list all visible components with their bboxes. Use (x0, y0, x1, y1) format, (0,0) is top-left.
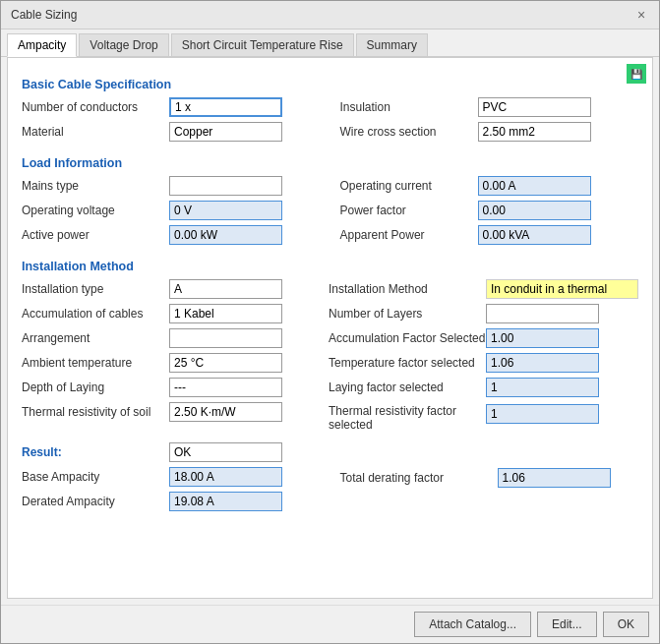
input-total-derating[interactable] (498, 468, 611, 488)
input-installation-type[interactable] (169, 279, 282, 299)
field-base-ampacity: Base Ampacity (22, 467, 321, 487)
input-accumulation-cables[interactable] (169, 304, 282, 323)
input-operating-voltage[interactable] (169, 201, 282, 220)
input-laying-factor[interactable] (486, 378, 599, 397)
field-installation-method: Installation Method (329, 279, 638, 299)
close-button[interactable]: × (633, 7, 649, 23)
input-wire-cross[interactable] (478, 122, 591, 142)
input-depth-laying[interactable] (169, 378, 282, 397)
field-operating-current: Operating current (340, 176, 639, 196)
tab-bar: Ampacity Voltage Drop Short Circuit Temp… (1, 29, 659, 57)
field-accum-factor: Accumulation Factor Selected (329, 328, 638, 348)
field-derated-ampacity: Derated Ampacity (22, 492, 321, 511)
input-active-power[interactable] (169, 225, 282, 245)
field-laying-factor: Laying factor selected (329, 378, 638, 397)
input-ambient-temp[interactable] (169, 353, 282, 373)
section-installation: Installation Method (22, 260, 638, 273)
ok-button[interactable]: OK (603, 612, 649, 637)
input-base-ampacity[interactable] (169, 467, 282, 487)
result-section-title: Result: (22, 442, 321, 462)
cable-sizing-dialog: Cable Sizing × Ampacity Voltage Drop Sho… (0, 0, 660, 644)
input-result-ok[interactable] (169, 442, 282, 462)
input-mains-type[interactable] (169, 176, 282, 196)
field-total-derating: Total derating factor (340, 468, 639, 488)
save-icon[interactable]: 💾 (627, 64, 646, 84)
input-thermal-resist-factor[interactable] (486, 404, 599, 424)
field-thermal-resist-factor: Thermal resistivity factorselected (329, 402, 638, 432)
field-power-factor: Power factor (340, 201, 639, 220)
field-depth-laying: Depth of Laying (22, 378, 309, 397)
tab-ampacity[interactable]: Ampacity (7, 33, 77, 57)
input-operating-current[interactable] (478, 176, 591, 196)
field-num-conductors: Number of conductors (22, 97, 321, 117)
input-insulation[interactable] (478, 97, 591, 117)
input-num-layers[interactable] (486, 304, 599, 323)
section-load-info: Load Information (22, 156, 638, 170)
input-num-conductors[interactable] (169, 97, 282, 117)
field-material: Material (22, 122, 321, 142)
attach-catalog-button[interactable]: Attach Catalog... (414, 612, 531, 637)
input-installation-method[interactable] (486, 279, 638, 299)
title-bar: Cable Sizing × (1, 1, 659, 29)
field-operating-voltage: Operating voltage (22, 201, 321, 220)
input-arrangement[interactable] (169, 328, 282, 348)
field-arrangement: Arrangement (22, 328, 309, 348)
input-derated-ampacity[interactable] (169, 492, 282, 511)
main-content: 💾 Basic Cable Specification Number of co… (7, 57, 653, 599)
field-temp-factor: Temperature factor selected (329, 353, 638, 373)
bottom-bar: Attach Catalog... Edit... OK (1, 605, 659, 643)
tab-voltage-drop[interactable]: Voltage Drop (79, 33, 168, 56)
input-thermal-resistivity[interactable] (169, 402, 282, 422)
edit-button[interactable]: Edit... (537, 612, 597, 637)
dialog-title: Cable Sizing (11, 8, 77, 22)
field-apparent-power: Apparent Power (340, 225, 639, 245)
input-material[interactable] (169, 122, 282, 142)
input-temp-factor[interactable] (486, 353, 599, 373)
field-num-layers: Number of Layers (329, 304, 638, 323)
input-apparent-power[interactable] (478, 225, 591, 245)
field-insulation: Insulation (340, 97, 639, 117)
field-accumulation-cables: Accumulation of cables (22, 304, 309, 323)
field-wire-cross-section: Wire cross section (340, 122, 639, 142)
tab-short-circuit[interactable]: Short Circuit Temperature Rise (171, 33, 354, 56)
input-power-factor[interactable] (478, 201, 591, 220)
field-mains-type: Mains type (22, 176, 321, 196)
field-thermal-resistivity: Thermal resistivity of soil (22, 402, 309, 422)
input-accum-factor[interactable] (486, 328, 599, 348)
field-installation-type: Installation type (22, 279, 309, 299)
field-active-power: Active power (22, 225, 321, 245)
tab-summary[interactable]: Summary (356, 33, 428, 56)
section-basic-cable: Basic Cable Specification (22, 78, 638, 91)
field-ambient-temp: Ambient temperature (22, 353, 309, 373)
